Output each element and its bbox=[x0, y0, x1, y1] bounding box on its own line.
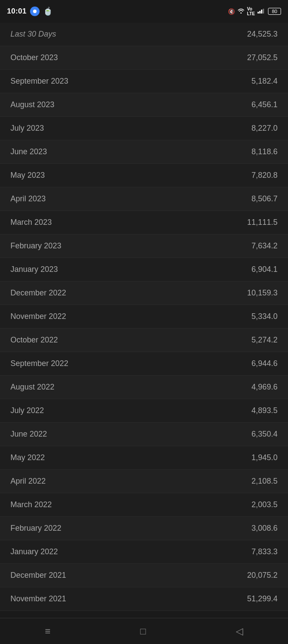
data-list: Last 30 Days24,525.3October 202327,052.5… bbox=[0, 23, 288, 611]
list-row[interactable]: January 20236,904.1 bbox=[0, 258, 288, 281]
list-row[interactable]: June 20238,118.6 bbox=[0, 140, 288, 164]
list-row[interactable]: April 20238,506.7 bbox=[0, 187, 288, 211]
list-row[interactable]: May 20237,820.8 bbox=[0, 164, 288, 187]
row-label: April 2023 bbox=[10, 194, 46, 203]
row-label: February 2022 bbox=[10, 524, 61, 533]
home-button[interactable]: □ bbox=[131, 622, 154, 641]
row-label: Last 30 Days bbox=[10, 30, 56, 39]
row-label: January 2023 bbox=[10, 265, 58, 274]
bottom-nav: ≡ □ ◁ bbox=[0, 618, 288, 644]
row-label: October 2023 bbox=[10, 53, 58, 62]
row-label: September 2023 bbox=[10, 77, 68, 86]
row-label: August 2022 bbox=[10, 383, 54, 392]
list-row[interactable]: October 20225,274.2 bbox=[0, 329, 288, 352]
list-row[interactable]: September 20235,182.4 bbox=[0, 70, 288, 93]
row-value: 27,052.5 bbox=[247, 53, 278, 62]
svg-point-0 bbox=[33, 10, 37, 13]
row-value: 6,944.6 bbox=[251, 359, 278, 368]
row-label: November 2021 bbox=[10, 594, 66, 603]
lte-icon: VoLTE bbox=[247, 7, 255, 16]
list-row[interactable]: November 20225,334.0 bbox=[0, 305, 288, 329]
list-row[interactable]: December 202120,075.2 bbox=[0, 564, 288, 587]
row-label: December 2022 bbox=[10, 288, 66, 298]
row-value: 5,274.2 bbox=[251, 336, 278, 345]
row-label: September 2022 bbox=[10, 359, 68, 368]
row-label: March 2023 bbox=[10, 218, 52, 227]
list-row[interactable]: July 20224,893.5 bbox=[0, 399, 288, 423]
row-label: June 2023 bbox=[10, 147, 47, 156]
list-row[interactable]: October 202327,052.5 bbox=[0, 46, 288, 70]
list-row[interactable]: December 202210,159.3 bbox=[0, 281, 288, 305]
status-right: 🔇 VoLTE 80 bbox=[228, 7, 281, 16]
list-row[interactable]: September 20226,944.6 bbox=[0, 352, 288, 376]
row-value: 8,227.0 bbox=[251, 124, 278, 133]
row-value: 6,456.1 bbox=[251, 100, 278, 109]
status-time: 10:01 bbox=[7, 7, 27, 16]
list-row[interactable]: February 20237,634.2 bbox=[0, 234, 288, 258]
row-label: July 2023 bbox=[10, 124, 44, 133]
list-row[interactable]: March 202311,111.5 bbox=[0, 211, 288, 234]
row-value: 11,111.5 bbox=[247, 218, 278, 227]
list-row[interactable]: July 20238,227.0 bbox=[0, 117, 288, 140]
list-row[interactable]: March 20222,003.5 bbox=[0, 493, 288, 517]
row-value: 24,525.3 bbox=[247, 30, 278, 39]
row-label: August 2023 bbox=[10, 100, 54, 109]
row-value: 20,075.2 bbox=[247, 571, 278, 580]
row-value: 6,350.4 bbox=[251, 430, 278, 439]
list-row[interactable]: May 20221,945.0 bbox=[0, 446, 288, 470]
row-label: January 2022 bbox=[10, 547, 58, 556]
row-value: 8,118.6 bbox=[251, 147, 278, 156]
row-value: 4,893.5 bbox=[251, 406, 278, 415]
row-label: June 2022 bbox=[10, 430, 47, 439]
row-value: 3,008.6 bbox=[251, 524, 278, 533]
list-row[interactable]: June 20226,350.4 bbox=[0, 423, 288, 446]
row-value: 7,820.8 bbox=[251, 171, 278, 180]
row-value: 7,634.2 bbox=[251, 241, 278, 251]
svg-rect-2 bbox=[259, 11, 261, 14]
list-row[interactable]: August 20236,456.1 bbox=[0, 93, 288, 117]
row-label: April 2022 bbox=[10, 477, 46, 486]
svg-rect-4 bbox=[263, 9, 264, 14]
row-label: May 2023 bbox=[10, 171, 45, 180]
app-icon: 🍵 bbox=[43, 7, 53, 16]
battery-indicator: 80 bbox=[268, 8, 281, 15]
menu-button[interactable]: ≡ bbox=[36, 622, 59, 641]
row-value: 6,904.1 bbox=[251, 265, 278, 274]
row-label: July 2022 bbox=[10, 406, 44, 415]
row-value: 7,833.3 bbox=[251, 547, 278, 556]
status-left: 10:01 🍵 bbox=[7, 7, 53, 16]
row-value: 2,108.5 bbox=[251, 477, 278, 486]
live-activity-icon bbox=[30, 7, 40, 16]
row-value: 2,003.5 bbox=[251, 500, 278, 509]
row-value: 10,159.3 bbox=[247, 288, 278, 298]
row-label: March 2022 bbox=[10, 500, 52, 509]
row-label: November 2022 bbox=[10, 312, 66, 321]
row-label: May 2022 bbox=[10, 453, 45, 462]
row-value: 5,334.0 bbox=[251, 312, 278, 321]
row-label: February 2023 bbox=[10, 241, 61, 251]
wifi-icon bbox=[238, 8, 244, 15]
back-button[interactable]: ◁ bbox=[227, 622, 252, 641]
list-row[interactable]: Last 30 Days24,525.3 bbox=[0, 23, 288, 46]
row-label: October 2022 bbox=[10, 336, 58, 345]
svg-rect-3 bbox=[261, 10, 262, 14]
row-label: December 2021 bbox=[10, 571, 66, 580]
signal-icon bbox=[258, 8, 265, 15]
mute-icon: 🔇 bbox=[228, 8, 235, 15]
list-row[interactable]: April 20222,108.5 bbox=[0, 470, 288, 493]
list-row[interactable]: January 20227,833.3 bbox=[0, 540, 288, 564]
row-value: 51,299.4 bbox=[247, 594, 278, 603]
row-value: 5,182.4 bbox=[251, 77, 278, 86]
list-row[interactable]: November 202151,299.4 bbox=[0, 587, 288, 611]
status-bar: 10:01 🍵 🔇 VoLTE bbox=[0, 0, 288, 23]
row-value: 8,506.7 bbox=[251, 194, 278, 203]
row-value: 4,969.6 bbox=[251, 383, 278, 392]
list-row[interactable]: February 20223,008.6 bbox=[0, 517, 288, 540]
row-value: 1,945.0 bbox=[251, 453, 278, 462]
svg-rect-1 bbox=[258, 12, 259, 14]
list-row[interactable]: August 20224,969.6 bbox=[0, 376, 288, 399]
